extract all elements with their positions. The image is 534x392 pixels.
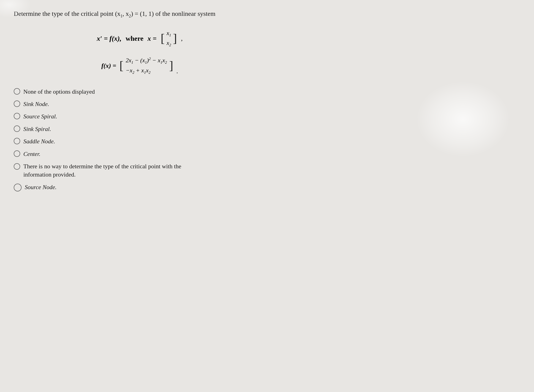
- radio-saddle-node[interactable]: [14, 138, 20, 144]
- radio-source-spiral[interactable]: [14, 113, 20, 119]
- glare-highlight-br: [415, 80, 511, 158]
- matrix-x: [ x1 x2 ]: [161, 28, 177, 49]
- question-header: Determine the type of the critical point…: [14, 9, 266, 19]
- x-equals-label: x =: [147, 35, 157, 42]
- matrix-x-row2: x2: [166, 39, 171, 48]
- option-sink-spiral[interactable]: Sink Spiral.: [14, 125, 266, 133]
- radio-none[interactable]: [14, 88, 20, 95]
- option-sink-node-label: Sink Node.: [23, 100, 49, 108]
- option-saddle-node-label: Saddle Node.: [23, 137, 55, 146]
- f-bracket-right: ]: [169, 60, 173, 72]
- f-label: f(x) =: [101, 62, 116, 69]
- option-center[interactable]: Center.: [14, 150, 266, 158]
- options-list: None of the options displayed Sink Node.…: [14, 88, 266, 192]
- radio-no-way[interactable]: [14, 163, 20, 170]
- main-content: Determine the type of the critical point…: [14, 7, 266, 191]
- f-matrix-col: 2x1 − (x1)2 − x1x2 −x2 + x1x2: [123, 55, 169, 76]
- question-text: Determine the type of the critical point: [14, 10, 113, 17]
- f-bracket-left: [: [120, 60, 123, 72]
- option-no-way[interactable]: There is no way to determine the type of…: [14, 162, 266, 179]
- comma: ,: [181, 35, 183, 42]
- radio-source-node[interactable]: [14, 184, 22, 191]
- radio-center[interactable]: [14, 150, 20, 157]
- option-source-node-label: Source Node.: [25, 183, 56, 191]
- matrix-f: [ 2x1 − (x1)2 − x1x2 −x2 + x1x2 ]: [120, 55, 173, 76]
- radio-sink-node[interactable]: [14, 101, 20, 107]
- x-prime-eq: x′ = f(x),: [97, 35, 121, 42]
- math-equations-block: x′ = f(x), where x = [ x1 x2 ] , f(x) = …: [14, 28, 266, 76]
- equation-line-1: x′ = f(x), where x = [ x1 x2 ] ,: [97, 28, 183, 49]
- option-sink-node[interactable]: Sink Node.: [14, 100, 266, 108]
- option-none[interactable]: None of the options displayed: [14, 88, 266, 96]
- matrix-x-col: x1 x2: [165, 28, 173, 49]
- matrix-x-row1: x1: [166, 29, 171, 38]
- option-source-spiral[interactable]: Source Spiral.: [14, 112, 266, 121]
- f-row1: 2x1 − (x1)2 − x1x2: [126, 56, 167, 65]
- option-sink-spiral-label: Sink Spiral.: [23, 125, 51, 133]
- critical-point: (x1, x2) = (1, 1): [115, 10, 155, 17]
- equation-line-2: f(x) = [ 2x1 − (x1)2 − x1x2 −x2 + x1x2 ]…: [101, 55, 178, 76]
- where-label: where: [126, 35, 143, 42]
- option-center-label: Center.: [23, 150, 40, 158]
- option-saddle-node[interactable]: Saddle Node.: [14, 137, 266, 146]
- bracket-right: ]: [173, 33, 177, 44]
- option-source-spiral-label: Source Spiral.: [23, 112, 57, 121]
- radio-sink-spiral[interactable]: [14, 126, 20, 132]
- bracket-left: [: [161, 33, 165, 44]
- option-no-way-label: There is no way to determine the type of…: [23, 162, 202, 179]
- option-source-node[interactable]: Source Node.: [14, 183, 266, 191]
- option-none-label: None of the options displayed: [23, 88, 95, 96]
- question-suffix: of the nonlinear system: [155, 10, 215, 17]
- period: .: [176, 68, 178, 76]
- f-row2: −x2 + x1x2: [126, 67, 167, 75]
